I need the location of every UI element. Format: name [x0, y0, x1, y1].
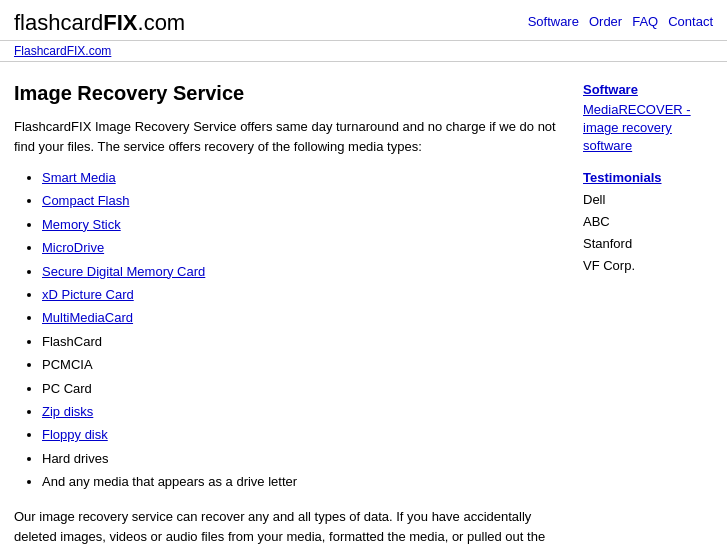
content-area: Image Recovery Service FlashcardFIX Imag… [14, 82, 563, 545]
list-item: Memory Stick [42, 213, 563, 236]
logo-com: .com [138, 10, 186, 35]
breadcrumb: FlashcardFIX.com [0, 41, 727, 61]
smart-media-link[interactable]: Smart Media [42, 170, 116, 185]
list-item: And any media that appears as a drive le… [42, 470, 563, 493]
floppy-disk-link[interactable]: Floppy disk [42, 427, 108, 442]
list-item: FlashCard [42, 330, 563, 353]
sidebar-software-title[interactable]: Software [583, 82, 713, 97]
list-item: PCMCIA [42, 353, 563, 376]
secure-digital-link[interactable]: Secure Digital Memory Card [42, 264, 205, 279]
list-item: Zip disks [42, 400, 563, 423]
testimonial-abc: ABC [583, 211, 713, 233]
list-item: MicroDrive [42, 236, 563, 259]
zip-disks-link[interactable]: Zip disks [42, 404, 93, 419]
sidebar-testimonials: Testimonials Dell ABC Stanford VF Corp. [583, 170, 713, 277]
intro-paragraph: FlashcardFIX Image Recovery Service offe… [14, 117, 563, 156]
nav-order[interactable]: Order [589, 14, 622, 29]
list-item: MultiMediaCard [42, 306, 563, 329]
memory-stick-link[interactable]: Memory Stick [42, 217, 121, 232]
list-item: Floppy disk [42, 423, 563, 446]
sidebar: Software MediaRECOVER - image recovery s… [583, 82, 713, 545]
nav-faq[interactable]: FAQ [632, 14, 658, 29]
bottom-paragraph: Our image recovery service can recover a… [14, 507, 563, 545]
header-divider [0, 61, 727, 62]
microdrive-link[interactable]: MicroDrive [42, 240, 104, 255]
list-item: Smart Media [42, 166, 563, 189]
compact-flash-link[interactable]: Compact Flash [42, 193, 129, 208]
logo-flash: flashcard [14, 10, 103, 35]
page-title: Image Recovery Service [14, 82, 563, 105]
breadcrumb-link[interactable]: FlashcardFIX.com [14, 44, 111, 58]
top-nav: Software Order FAQ Contact [528, 10, 713, 29]
logo-fix: FIX [103, 10, 137, 35]
nav-contact[interactable]: Contact [668, 14, 713, 29]
testimonial-vfcorp: VF Corp. [583, 255, 713, 277]
logo: flashcardFIX.com [14, 10, 185, 36]
list-item: Hard drives [42, 447, 563, 470]
testimonial-stanford: Stanford [583, 233, 713, 255]
sidebar-testimonials-title[interactable]: Testimonials [583, 170, 713, 185]
list-item: Compact Flash [42, 189, 563, 212]
list-item: xD Picture Card [42, 283, 563, 306]
list-item: PC Card [42, 377, 563, 400]
testimonial-dell: Dell [583, 189, 713, 211]
sidebar-mediarecovery-link[interactable]: MediaRECOVER - image recovery software [583, 101, 713, 156]
media-type-list: Smart Media Compact Flash Memory Stick M… [42, 166, 563, 493]
main-content: Image Recovery Service FlashcardFIX Imag… [0, 72, 727, 545]
list-item: Secure Digital Memory Card [42, 260, 563, 283]
header: flashcardFIX.com Software Order FAQ Cont… [0, 0, 727, 41]
xd-picture-link[interactable]: xD Picture Card [42, 287, 134, 302]
nav-software[interactable]: Software [528, 14, 579, 29]
multimedia-card-link[interactable]: MultiMediaCard [42, 310, 133, 325]
